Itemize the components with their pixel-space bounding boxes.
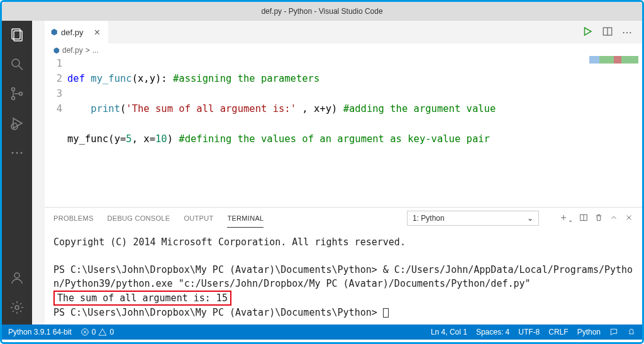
chevron-up-icon[interactable] [609, 213, 618, 223]
search-icon[interactable] [9, 57, 25, 74]
breadcrumb-more: ... [92, 46, 99, 55]
more-icon[interactable] [9, 145, 25, 162]
status-spaces[interactable]: Spaces: 4 [476, 328, 509, 336]
new-terminal-icon[interactable]: ⌄ [559, 213, 573, 223]
minimap[interactable] [589, 56, 638, 64]
bell-icon[interactable] [627, 328, 636, 336]
svg-point-11 [14, 273, 19, 278]
status-bar: Python 3.9.1 64-bit 0 0 Ln 4, Col 1 Spac… [2, 325, 642, 340]
terminal-output[interactable]: Copyright (C) 2014 Microsoft Corporation… [45, 229, 642, 325]
activity-bar [2, 21, 32, 325]
svg-point-4 [12, 88, 15, 91]
window-title: def.py - Python - Visual Studio Code [261, 7, 382, 16]
breadcrumb[interactable]: ⬢ def.py > ... [45, 43, 642, 56]
python-file-icon: ⬢ [51, 28, 57, 36]
trash-icon[interactable] [594, 213, 603, 223]
svg-line-3 [19, 66, 23, 70]
tab-debug-console[interactable]: DEBUG CONSOLE [108, 209, 170, 227]
settings-gear-icon[interactable] [9, 300, 25, 317]
tab-defpy[interactable]: ⬢ def.py ✕ [45, 21, 108, 43]
split-terminal-icon[interactable] [579, 213, 588, 223]
editor-tabs: ⬢ def.py ✕ ⋯ [45, 21, 642, 43]
sidebar-collapsed [32, 21, 45, 325]
source-control-icon[interactable] [9, 86, 25, 103]
status-language[interactable]: Python [577, 328, 601, 336]
highlighted-output: The sum of all argument is: 15 [53, 291, 231, 306]
status-encoding[interactable]: UTF-8 [518, 328, 540, 336]
svg-point-5 [12, 97, 15, 100]
split-editor-icon[interactable] [602, 26, 613, 39]
status-python-version[interactable]: Python 3.9.1 64-bit [8, 328, 72, 336]
status-cursor-pos[interactable]: Ln 4, Col 1 [431, 328, 467, 336]
code-editor[interactable]: 1234 def my_func(x,y): #assigning the pa… [45, 56, 642, 207]
svg-point-2 [12, 59, 19, 67]
svg-point-12 [15, 306, 19, 309]
tab-output[interactable]: OUTPUT [184, 209, 213, 227]
status-eol[interactable]: CRLF [548, 328, 568, 336]
line-gutter: 1234 [48, 56, 67, 207]
tab-terminal[interactable]: TERMINAL [227, 209, 264, 228]
chevron-down-icon: ⌄ [527, 214, 533, 223]
bottom-panel: PROBLEMS DEBUG CONSOLE OUTPUT TERMINAL 1… [45, 207, 642, 325]
terminal-cursor [383, 308, 389, 318]
svg-point-9 [16, 152, 18, 154]
close-panel-icon[interactable] [625, 213, 633, 223]
code-lines[interactable]: def my_func(x,y): #assigning the paramet… [67, 56, 642, 207]
python-file-icon: ⬢ [53, 47, 60, 55]
run-debug-icon[interactable] [9, 116, 25, 133]
tab-label: def.py [61, 28, 83, 37]
svg-point-8 [12, 152, 14, 154]
status-errors[interactable]: 0 0 [80, 328, 114, 336]
svg-point-10 [21, 152, 23, 154]
feedback-icon[interactable] [609, 328, 618, 336]
breadcrumb-sep: > [86, 46, 90, 55]
breadcrumb-file: def.py [62, 46, 83, 55]
window-titlebar: def.py - Python - Visual Studio Code [2, 2, 642, 21]
more-actions-icon[interactable]: ⋯ [622, 26, 632, 38]
terminal-selector[interactable]: 1: Python ⌄ [407, 211, 539, 226]
svg-point-6 [19, 92, 23, 96]
account-icon[interactable] [9, 270, 25, 287]
explorer-icon[interactable] [9, 27, 25, 44]
close-tab-icon[interactable]: ✕ [92, 27, 102, 37]
run-file-icon[interactable] [582, 26, 593, 39]
tab-problems[interactable]: PROBLEMS [53, 209, 94, 227]
